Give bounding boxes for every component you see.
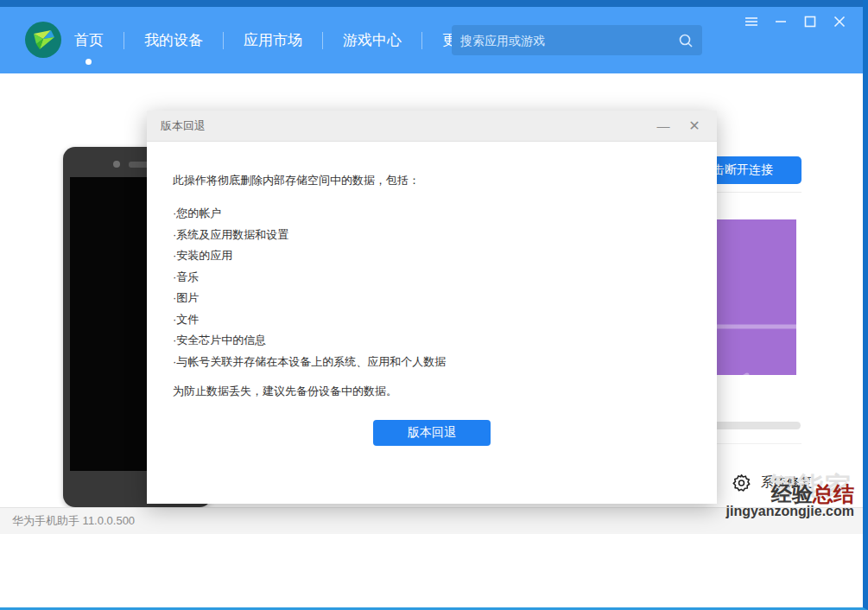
close-icon[interactable] [832,14,847,29]
dialog-close-icon[interactable]: ✕ [686,118,703,135]
maximize-icon[interactable] [802,14,818,29]
app-version-text: 华为手机助手 11.0.0.500 [12,513,135,529]
nav-item-0[interactable]: 首页 [73,30,105,50]
nav-item-1[interactable]: 我的设备 [143,30,205,50]
rollback-confirm-button[interactable]: 版本回退 [373,420,491,446]
dialog-list-item: ·安全芯片中的信息 [173,330,691,352]
hisuite-bird-icon [29,25,58,54]
minimize-icon[interactable] [773,14,789,29]
watermark-title-part1: 经验 [771,482,813,505]
dialog-data-list: ·您的帐户·系统及应用数据和设置·安装的应用·音乐·图片·文件·安全芯片中的信息… [173,203,691,372]
phone-camera-dot [113,161,120,168]
dialog-title: 版本回退 [161,118,655,134]
dialog-list-item: ·图片 [173,288,691,309]
nav-item-3[interactable]: 游戏中心 [341,30,403,50]
watermark: 智能家 经验总结 jingyanzongjie.com [716,483,854,519]
dialog-list-item: ·系统及应用数据和设置 [173,225,691,246]
nav-item-2[interactable]: 应用市场 [242,30,304,50]
nav-separator [124,32,124,49]
search-input[interactable] [460,34,678,48]
dialog-list-item: ·音乐 [173,267,691,289]
dialog-list-item: ·安装的应用 [173,245,691,267]
dialog-minimize-icon[interactable]: — [655,118,672,135]
window-controls [744,14,847,29]
watermark-title-part2: 总结 [813,482,854,505]
active-nav-dot [86,59,92,65]
menu-icon[interactable] [744,14,759,29]
nav-separator [421,32,422,49]
nav-separator [322,32,323,49]
dialog-list-item: ·与帐号关联并存储在本设备上的系统、应用和个人数据 [173,352,691,373]
watermark-url: jingyanzongjie.com [716,505,854,519]
dialog-list-item: ·文件 [173,309,691,331]
version-rollback-dialog: 版本回退 — ✕ 此操作将彻底删除内部存储空间中的数据，包括： ·您的帐户·系统… [147,111,717,504]
dialog-titlebar[interactable]: 版本回退 — ✕ [147,111,717,142]
watermark-title: 经验总结 [716,483,854,505]
window-top-strip [0,0,863,7]
dialog-list-item: ·您的帐户 [173,203,691,225]
dialog-intro-text: 此操作将彻底删除内部存储空间中的数据，包括： [173,173,691,188]
app-logo[interactable] [25,22,61,58]
app-header: 首页我的设备应用市场游戏中心更多服务 [0,7,863,73]
dialog-warning-text: 为防止数据丢失，建议先备份设备中的数据。 [173,384,691,399]
app-window: 首页我的设备应用市场游戏中心更多服务 [0,0,868,610]
dialog-body: 此操作将彻底删除内部存储空间中的数据，包括： ·您的帐户·系统及应用数据和设置·… [147,142,717,446]
search-icon[interactable] [678,33,694,48]
search-box[interactable] [452,25,702,55]
nav-separator [223,32,224,49]
